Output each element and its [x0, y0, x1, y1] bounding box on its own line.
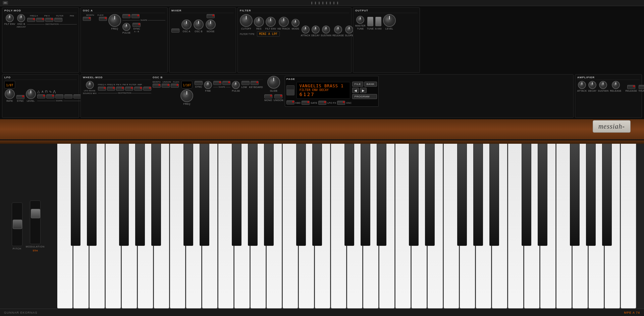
osc-a-flexi-btn[interactable] [99, 17, 107, 21]
wm-amp-btn[interactable] [143, 87, 151, 91]
filter-cutoff-knob[interactable] [240, 14, 253, 27]
lfo-shape-sine[interactable]: ∿ [49, 90, 52, 93]
wheel-mod-knob[interactable] [86, 81, 94, 89]
lfo-shape-btn1[interactable] [37, 94, 45, 98]
black-key[interactable] [296, 144, 306, 246]
black-key[interactable] [248, 144, 258, 246]
osc-a-freq-knob[interactable] [108, 14, 121, 27]
gate-btn[interactable] [302, 101, 310, 105]
amp-release-knob[interactable] [612, 81, 620, 89]
black-key[interactable] [264, 144, 274, 246]
mixer-toggle-btn[interactable] [171, 29, 179, 33]
white-key[interactable] [105, 144, 121, 309]
osc-b-fine-knob[interactable] [204, 81, 212, 89]
osc-b-keyboard-btn[interactable] [251, 81, 259, 85]
output-a440-toggle[interactable] [375, 17, 381, 26]
lfo-shape-btn2[interactable] [46, 94, 54, 98]
white-key[interactable] [621, 144, 636, 309]
black-key[interactable] [377, 144, 386, 246]
poly-mod-pan-btn[interactable] [54, 18, 62, 22]
filter-decay-knob[interactable] [312, 26, 320, 34]
black-key[interactable] [183, 144, 193, 246]
poly-mod-pw-a-btn[interactable] [36, 18, 44, 22]
output-level-knob[interactable] [383, 14, 396, 27]
white-key[interactable] [331, 144, 346, 309]
osc-b-sync-btn[interactable] [195, 81, 203, 85]
bank-btn[interactable]: BANK [364, 82, 377, 87]
black-key[interactable] [425, 144, 435, 246]
kbd-btn[interactable] [286, 100, 294, 104]
black-key[interactable] [361, 144, 370, 246]
white-key[interactable] [282, 144, 298, 309]
black-key[interactable] [87, 144, 97, 246]
mixer-osc-b-knob[interactable] [194, 19, 204, 30]
filter-kb-track-knob[interactable] [279, 17, 289, 27]
poly-mod-osc-b-knob[interactable] [17, 14, 25, 22]
black-key[interactable] [457, 144, 467, 246]
output-master-tune-knob[interactable] [356, 16, 364, 24]
black-key[interactable] [312, 144, 322, 246]
lfo-shape-btn4[interactable] [64, 94, 72, 98]
osc-a-morph-btn[interactable] [83, 17, 91, 21]
lfo-fx-btn[interactable] [318, 101, 326, 105]
program-btn[interactable]: PROGRAM [352, 94, 377, 99]
lfo-shape-ramp[interactable]: ⋀ [53, 90, 56, 93]
filter-slope-knob[interactable] [345, 26, 353, 34]
filter-filt-env-knob[interactable] [266, 17, 276, 27]
black-key[interactable] [200, 144, 209, 246]
black-key[interactable] [409, 144, 419, 246]
wm-pw-a-btn[interactable] [116, 87, 124, 91]
amp-release2-btn[interactable] [627, 85, 635, 89]
white-key[interactable] [170, 144, 185, 309]
black-key[interactable] [602, 144, 612, 246]
mixer-noise-btn[interactable] [207, 14, 215, 18]
poly-mod-freq-a-btn[interactable] [27, 18, 35, 22]
mod-wheel-handle[interactable] [31, 209, 40, 218]
mixer-osc-a-knob[interactable] [181, 19, 192, 30]
black-key[interactable] [344, 144, 354, 246]
black-key[interactable] [570, 144, 580, 246]
file-btn[interactable]: FILE [352, 82, 363, 87]
wm-pw-b-btn[interactable] [125, 87, 133, 91]
lfo-shape-square[interactable]: ⊓ [45, 90, 48, 93]
osc-b-low-btn[interactable] [241, 81, 250, 85]
osc-b-freq-knob[interactable] [180, 89, 193, 102]
black-key[interactable] [522, 144, 531, 246]
black-key[interactable] [232, 144, 241, 246]
filter-release-knob[interactable] [334, 26, 342, 34]
white-key[interactable] [508, 144, 524, 309]
black-key[interactable] [151, 144, 161, 246]
white-key[interactable] [556, 144, 572, 309]
wm-freq-a-btn[interactable] [98, 87, 106, 91]
osc-b-shape-btn2[interactable] [222, 81, 230, 85]
osc-b-flexi-btn[interactable] [171, 84, 179, 88]
black-key[interactable] [473, 144, 483, 246]
lfo-sync-btn[interactable] [16, 95, 24, 99]
mono-btn[interactable] [264, 94, 272, 98]
black-key[interactable] [71, 144, 80, 246]
filter-res-knob[interactable] [254, 17, 264, 27]
osc-b-unison-btn[interactable] [162, 84, 170, 88]
black-key[interactable] [119, 144, 129, 246]
osc-a-shape-btn2[interactable] [131, 14, 140, 18]
wm-filter-btn[interactable] [134, 87, 142, 91]
osc-fx-btn[interactable] [337, 101, 345, 105]
output-tune-toggle[interactable] [367, 17, 373, 26]
mixer-noise-knob[interactable] [206, 19, 216, 30]
osc-b-shape-btn1[interactable] [213, 81, 221, 85]
amp-thump-btn[interactable] [639, 85, 644, 89]
osc-a-sync-btn[interactable] [132, 23, 141, 27]
osc-a-shape-btn1[interactable] [122, 14, 130, 18]
white-key[interactable] [57, 144, 73, 309]
black-key[interactable] [538, 144, 547, 246]
osc-a-pulse-knob[interactable] [122, 23, 130, 31]
black-key[interactable] [586, 144, 596, 246]
wm-freq-b-btn[interactable] [107, 87, 115, 91]
osc-b-pulse-knob[interactable] [232, 81, 240, 89]
filter-sustain-knob[interactable] [322, 26, 330, 34]
lfo-shape-saw[interactable]: ∧ [41, 90, 44, 93]
white-key[interactable] [218, 144, 234, 309]
glide-knob[interactable] [267, 76, 280, 89]
amp-decay-knob[interactable] [588, 81, 596, 89]
pitch-wheel-handle[interactable] [13, 220, 22, 229]
